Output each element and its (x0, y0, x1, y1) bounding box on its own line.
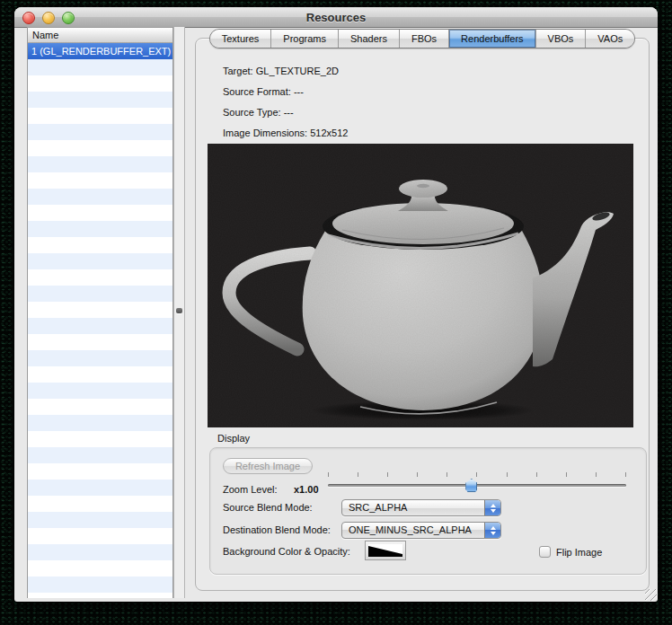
tab-textures[interactable]: Textures (210, 30, 271, 48)
refresh-image-button[interactable]: Refresh Image (223, 458, 313, 474)
tab-shaders[interactable]: Shaders (338, 30, 399, 48)
resources-window: Resources Name 1 (GL_RENDERBUFFER_EXT) T… (14, 7, 658, 602)
popup-arrows-icon (484, 523, 500, 538)
destination-blend-value: ONE_MINUS_SRC_ALPHA (349, 524, 472, 535)
tab-programs[interactable]: Programs (270, 30, 338, 48)
display-group-label: Display (217, 433, 250, 444)
slider-ticks (328, 472, 626, 478)
target-line: Target: GL_TEXTURE_2D (223, 61, 348, 82)
resource-info: Target: GL_TEXTURE_2D Source Format: ---… (223, 61, 348, 144)
background-color-label: Background Color & Opacity: (223, 546, 350, 557)
tab-bar: Textures Programs Shaders FBOs Renderbuf… (195, 29, 650, 47)
zoom-slider[interactable] (328, 472, 626, 496)
title-bar[interactable]: Resources (14, 7, 658, 28)
destination-blend-popup[interactable]: ONE_MINUS_SRC_ALPHA (341, 522, 501, 539)
source-blend-popup[interactable]: SRC_ALPHA (341, 499, 501, 516)
name-column-header[interactable]: Name (28, 28, 172, 43)
opacity-ramp-swatch (368, 544, 402, 557)
resize-grip-icon[interactable] (645, 589, 657, 601)
pane-splitter[interactable] (173, 27, 185, 598)
resource-list: Name 1 (GL_RENDERBUFFER_EXT) (27, 27, 173, 598)
teapot-illustration (208, 144, 633, 427)
popup-arrows-icon (484, 500, 500, 515)
splitter-grip-icon[interactable] (176, 308, 182, 313)
zoom-level-value: x1.00 (294, 484, 319, 495)
tab-vbos[interactable]: VBOs (535, 30, 586, 48)
flip-image-label: Flip Image (556, 547, 602, 558)
window-title: Resources (14, 11, 658, 24)
destination-blend-label: Destination Blend Mode: (223, 524, 331, 535)
background-color-well[interactable] (365, 541, 406, 560)
source-blend-value: SRC_ALPHA (349, 502, 407, 513)
image-dimensions-line: Image Dimensions: 512x512 (223, 123, 348, 144)
list-item[interactable]: 1 (GL_RENDERBUFFER_EXT) (28, 43, 172, 59)
resource-rows[interactable]: 1 (GL_RENDERBUFFER_EXT) (28, 43, 172, 598)
source-blend-label: Source Blend Mode: (223, 502, 313, 513)
teapot-preview (208, 144, 633, 427)
source-type-line: Source Type: --- (223, 102, 348, 123)
tab-renderbuffers[interactable]: Renderbuffers (448, 30, 535, 48)
source-format-line: Source Format: --- (223, 82, 348, 102)
zoom-level-label: Zoom Level: (223, 484, 278, 495)
flip-image-checkbox[interactable] (539, 546, 551, 558)
tab-fbos[interactable]: FBOs (399, 30, 448, 48)
slider-thumb[interactable] (465, 479, 477, 492)
tab-vaos[interactable]: VAOs (585, 30, 634, 48)
